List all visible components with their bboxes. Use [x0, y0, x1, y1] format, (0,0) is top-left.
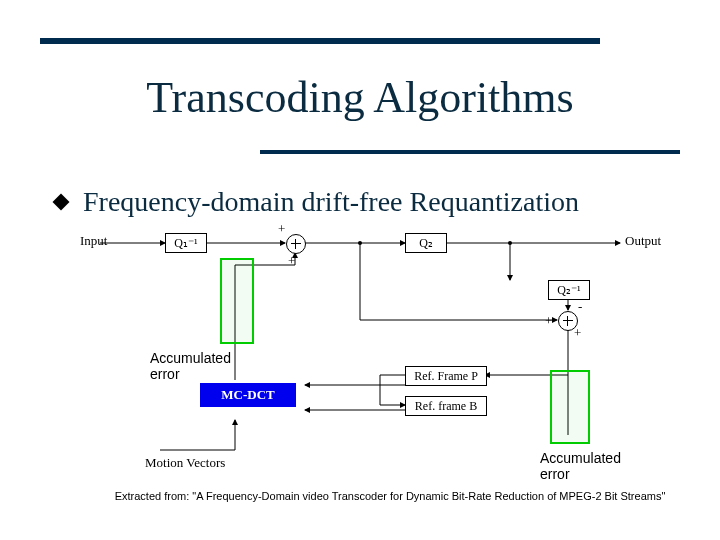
- block-q1inv: Q₁⁻¹: [165, 233, 207, 253]
- label-input: Input: [80, 233, 107, 249]
- label-output: Output: [625, 233, 661, 249]
- svg-point-5: [508, 241, 512, 245]
- highlight-box-1: [220, 258, 254, 344]
- svg-point-7: [358, 241, 362, 245]
- block-ref-p: Ref. Frame P: [405, 366, 487, 386]
- slide-title: Transcoding Algorithms: [0, 72, 720, 123]
- bullet-item: Frequency-domain drift-free Requantizati…: [55, 186, 579, 218]
- highlight-box-2: [550, 370, 590, 444]
- bullet-text: Frequency-domain drift-free Requantizati…: [83, 186, 579, 218]
- summer-top: [286, 234, 306, 254]
- block-mcdct: MC-DCT: [200, 383, 296, 407]
- label-plus-2: +: [288, 253, 295, 269]
- header-rule-thin: [260, 150, 680, 154]
- annotation-accum-2: Accumulatederror: [540, 450, 621, 482]
- block-ref-b: Ref. frame B: [405, 396, 487, 416]
- label-plus-4: +: [574, 325, 581, 341]
- block-q2: Q₂: [405, 233, 447, 253]
- label-minus: -: [578, 299, 582, 315]
- label-motion-vectors: Motion Vectors: [145, 455, 225, 471]
- label-plus-3: +: [545, 313, 552, 329]
- label-plus-1: +: [278, 221, 285, 237]
- bullet-icon: [53, 194, 70, 211]
- block-q2inv: Q₂⁻¹: [548, 280, 590, 300]
- header-rule-thick: [40, 38, 600, 44]
- citation-text: Extracted from: "A Frequency-Domain vide…: [110, 490, 670, 502]
- annotation-accum-1: Accumulatederror: [150, 350, 231, 382]
